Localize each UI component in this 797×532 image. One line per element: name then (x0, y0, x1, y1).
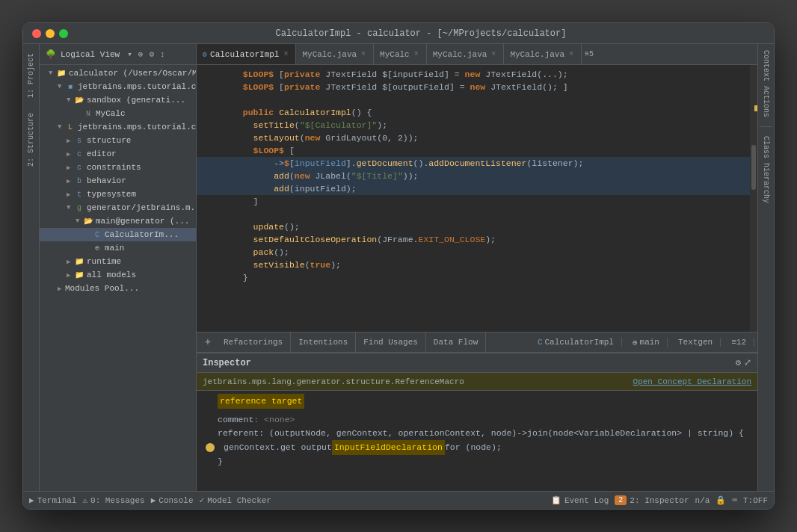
terminal-item[interactable]: ▶ Terminal (29, 495, 76, 505)
code-line: $LOOP$ [ (197, 144, 757, 157)
tree-item-calcimpl[interactable]: C CalculatorIm... (40, 228, 196, 241)
t-off-item[interactable]: T:OFF (743, 496, 768, 505)
console-label: Console (159, 496, 193, 505)
tree-item-pool[interactable]: ▶ Modules Pool... (40, 282, 196, 295)
code-line: $LOOP$ [private JTextField $[outputField… (197, 81, 757, 93)
tree-item-label: generator/jetbrains.m... (87, 203, 196, 212)
main-window: CalculatorImpl - calculator - [~/MProjec… (22, 22, 775, 510)
messages-item[interactable]: ⚠ 0: Messages (82, 495, 144, 505)
line-number (197, 170, 224, 182)
tree-item-structure[interactable]: ▶ s structure (40, 134, 196, 147)
console-icon: ▶ (151, 495, 156, 505)
structure-label[interactable]: 2: Structure (27, 113, 35, 167)
console-item[interactable]: ▶ Console (151, 495, 194, 505)
model-checker-label: Model Checker (207, 496, 271, 505)
tab-close-mycalc2[interactable]: × (413, 50, 420, 58)
tab-mycalc1[interactable]: MyCalc.java × (296, 44, 374, 64)
line-content: $LOOP$ [private JTextField $[inputField]… (233, 68, 757, 81)
tab-close-mycalc4[interactable]: × (567, 50, 575, 58)
right-strip: Context Actions Class hierarchy (757, 44, 774, 491)
event-log-item[interactable]: 📋 Event Log (551, 495, 609, 505)
tab-main-right[interactable]: ⊕ main (625, 338, 668, 347)
tab-close-mycalc3[interactable]: × (490, 50, 497, 58)
t-off-label: T:OFF (743, 496, 768, 505)
context-actions-label[interactable]: Context Actions (762, 47, 770, 120)
add-tab-button[interactable]: + (200, 334, 216, 350)
tab-calcimpl-right[interactable]: C CalculatorImpl (530, 338, 622, 347)
line-gutter (224, 157, 233, 170)
inspector-title: Inspector (203, 358, 251, 368)
inspector-path-bar: jetbrains.mps.lang.generator.structure.R… (197, 373, 757, 391)
settings-icon[interactable]: ▾ (126, 49, 134, 60)
tab-close-calculatorimpl[interactable]: × (282, 50, 289, 58)
tab-findusages[interactable]: Find Usages (356, 332, 426, 352)
tree-item-sandbox[interactable]: ▼ 📂 sandbox (generati... (40, 93, 196, 107)
toolbar-icon-1[interactable]: ⊕ (137, 49, 145, 60)
line-content: pack(); (233, 246, 757, 259)
tree-item-mycalc-n[interactable]: N MyCalc (40, 107, 196, 120)
tree-item-generator[interactable]: ▼ g generator/jetbrains.m... (40, 201, 196, 214)
expand-icon[interactable]: ⤢ (744, 357, 751, 368)
tab-close-mycalc1[interactable]: × (360, 50, 367, 58)
open-concept-link[interactable]: Open Concept Declaration (633, 377, 751, 386)
toolbar-icon-2[interactable]: ⚙ (147, 49, 156, 60)
line-number (197, 157, 224, 170)
generator-icon: g (74, 202, 84, 213)
tree-item-behavior[interactable]: ▶ b behavior (40, 174, 196, 188)
tab-right-count[interactable]: ≡12 (724, 338, 754, 347)
code-line: setTitle("$[Calculator]"); (197, 119, 757, 132)
tree-item-tutorial-l[interactable]: ▼ L jetbrains.mps.tutorial.cal... (40, 120, 196, 134)
tab-intentions[interactable]: Intentions (291, 332, 356, 352)
tree-item-runtime[interactable]: ▶ 📁 runtime (40, 255, 196, 268)
gear-icon[interactable]: ⚙ (736, 357, 741, 368)
inspector-content: reference target comment : <none> refere… (197, 391, 757, 491)
tab-mycalc3[interactable]: MyCalc.java × (427, 44, 505, 64)
model-checker-item[interactable]: ✓ Model Checker (200, 495, 271, 505)
scrollbar-thumb[interactable] (751, 145, 756, 190)
class-hierarchy-label[interactable]: Class hierarchy (762, 133, 770, 206)
referent-label: referent (218, 427, 259, 440)
tab-refactorings[interactable]: Refactorings (216, 332, 291, 352)
tree-item-allmodels[interactable]: ▶ 📁 all models (40, 268, 196, 282)
line-number (197, 68, 224, 81)
tree-item-calculator[interactable]: ▼ 📁 calculator (/Users/Oscar/M... (40, 66, 196, 80)
logical-view-label[interactable]: Logical View (61, 50, 120, 59)
tree-item-typesystem[interactable]: ▶ t typesystem (40, 188, 196, 201)
toolbar-icon-3[interactable]: ↕ (159, 49, 167, 60)
position-item: n/a (695, 496, 710, 505)
maximize-button[interactable] (59, 29, 68, 38)
line-content (233, 93, 757, 106)
tree-arrow-empty: ▶ (67, 150, 74, 158)
tree-item-label: sandbox (generati... (87, 96, 185, 105)
tab-dataflow[interactable]: Data Flow (426, 332, 486, 352)
tree-item-main-gen[interactable]: ▼ 📂 main@generator (... (40, 214, 196, 228)
line-content: ->$[inputField].getDocument().addDocumen… (233, 157, 757, 170)
tab-textgen[interactable]: Textgen (671, 338, 721, 347)
tree-item-editor[interactable]: ▶ c editor (40, 147, 196, 161)
line-number (197, 119, 224, 132)
inspector-status-label: 2: Inspector (630, 496, 689, 505)
code-line: } (197, 271, 757, 284)
line-number (197, 93, 224, 106)
tab-mycalc2[interactable]: MyCalc × (374, 44, 427, 64)
tab-calculatorimpl[interactable]: ⚙ CalculatorImpl × (197, 44, 296, 64)
inspector-status-item[interactable]: 2 2: Inspector (615, 495, 689, 505)
tree-item-tutorial-s[interactable]: ▼ ■ jetbrains.mps.tutorial.cal... (40, 80, 196, 93)
tab-mycalc4[interactable]: MyCalc.java × (504, 44, 582, 64)
keyboard-icon-item[interactable]: ⌨ (732, 495, 737, 505)
tree-item-constraints[interactable]: ▶ c constraints (40, 161, 196, 174)
project-panel-label[interactable]: 1: Project (27, 53, 35, 98)
tree-item-main[interactable]: ⊕ main (40, 241, 196, 255)
code-editor[interactable]: $LOOP$ [private JTextField $[inputField]… (197, 65, 757, 332)
tab-label: MyCalc.java (302, 50, 357, 59)
tree-item-label: jetbrains.mps.tutorial.cal... (78, 82, 196, 91)
lock-icon-item[interactable]: 🔒 (716, 495, 726, 505)
tree-area: ▼ 📁 calculator (/Users/Oscar/M... ▼ ■ je… (40, 65, 196, 491)
line-gutter (224, 106, 233, 119)
position-label: n/a (695, 496, 710, 505)
tab-count[interactable]: ≡5 (582, 44, 597, 64)
line-content: $LOOP$ [private JTextField $[outputField… (233, 81, 757, 93)
line-content: setDefaultCloseOperation(JFrame.EXIT_ON_… (233, 233, 757, 246)
minimize-button[interactable] (46, 29, 55, 38)
close-button[interactable] (32, 29, 41, 38)
